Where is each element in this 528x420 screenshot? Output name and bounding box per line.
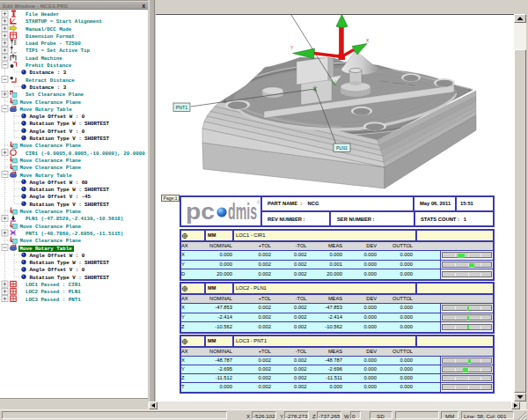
svg-text:Y: Y [290, 45, 294, 50]
svg-text:PNT1: PNT1 [176, 105, 187, 110]
svg-text:®: ® [257, 200, 260, 205]
svg-text:dmis: dmis [228, 199, 257, 224]
svg-text:pc: pc [186, 199, 215, 224]
svg-text:X: X [366, 38, 370, 43]
svg-text:PLN1: PLN1 [336, 145, 348, 151]
